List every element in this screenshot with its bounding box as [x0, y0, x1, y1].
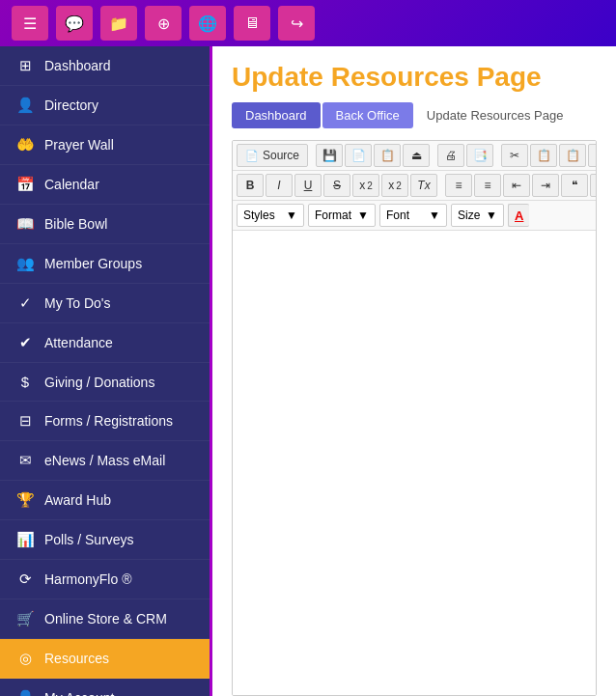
styles-chevron-icon: ▼	[286, 209, 297, 222]
font-select[interactable]: Font ▼	[379, 204, 447, 227]
sidebar-item-polls-surveys[interactable]: 📊 Polls / Surveys	[0, 520, 210, 560]
sidebar-label-dashboard: Dashboard	[44, 58, 111, 73]
sidebar-item-my-account[interactable]: 👤 My Account	[0, 679, 210, 696]
sidebar-item-my-todos[interactable]: ✓ My To Do's	[0, 284, 210, 323]
chat-icon-btn[interactable]: 💬	[56, 6, 93, 41]
sidebar-label-bible-bowl: Bible Bowl	[44, 216, 107, 232]
outdent-btn[interactable]: ⇤	[503, 174, 530, 197]
store-icon: 🛒	[15, 610, 35, 627]
div-btn[interactable]: ≡	[590, 174, 597, 197]
sidebar-label-harmonyflo: HarmonyFlo ®	[44, 571, 131, 587]
subscript-btn[interactable]: x2	[352, 174, 379, 197]
save-btn[interactable]: 💾	[316, 144, 343, 167]
sidebar-label-directory: Directory	[44, 97, 98, 113]
resources-icon: ◎	[15, 650, 35, 667]
giving-icon: $	[15, 374, 35, 390]
bold-btn[interactable]: B	[237, 174, 264, 197]
attendance-icon: ✔	[15, 334, 35, 351]
enews-icon: ✉	[15, 452, 35, 469]
print-btn[interactable]: 🖨	[437, 144, 464, 167]
menu-icon-btn[interactable]: ☰	[12, 6, 48, 41]
preview-btn[interactable]: ⏏	[403, 144, 430, 167]
sidebar-label-polls: Polls / Surveys	[44, 532, 134, 547]
sidebar-item-harmonyflo[interactable]: ⟳ HarmonyFlo ®	[0, 560, 210, 599]
editor-format-row: Styles ▼ Format ▼ Font ▼ Size ▼ A	[233, 201, 596, 231]
polls-icon: 📊	[15, 531, 35, 548]
todos-icon: ✓	[15, 294, 35, 312]
sidebar-item-prayer-wall[interactable]: 🤲 Prayer Wall	[0, 125, 210, 165]
sidebar-item-online-store[interactable]: 🛒 Online Store & CRM	[0, 599, 210, 639]
sidebar-item-enews[interactable]: ✉ eNews / Mass eMail	[0, 441, 210, 481]
source-button[interactable]: 📄 Source	[237, 144, 308, 167]
folder-icon-btn[interactable]: 📁	[100, 6, 137, 41]
font-color-btn[interactable]: A	[508, 204, 529, 227]
size-chevron-icon: ▼	[486, 209, 497, 222]
signout-icon-btn[interactable]: ↪	[278, 6, 315, 41]
sidebar-item-member-groups[interactable]: 👥 Member Groups	[0, 244, 210, 284]
underline-btn[interactable]: U	[294, 174, 322, 197]
forms-icon: ⊟	[15, 412, 35, 430]
sidebar-label-forms: Forms / Registrations	[44, 413, 173, 429]
copy-btn[interactable]: 📋	[530, 144, 557, 167]
indent-btn[interactable]: ⇥	[532, 174, 559, 197]
sidebar-item-giving-donations[interactable]: $ Giving / Donations	[0, 363, 210, 402]
blockquote-btn[interactable]: ❝	[561, 174, 588, 197]
sidebar-label-my-account: My Account	[44, 690, 114, 696]
globe-icon-btn[interactable]: ⊕	[145, 6, 182, 41]
sidebar-label-enews: eNews / Mass eMail	[44, 453, 165, 468]
directory-icon: 👤	[15, 97, 35, 114]
breadcrumb-back-office[interactable]: Back Office	[322, 102, 413, 128]
strikethrough-btn[interactable]: S	[323, 174, 350, 197]
sidebar-item-directory[interactable]: 👤 Directory	[0, 86, 210, 125]
doc-icon: 📄	[245, 150, 259, 162]
sidebar: ⊞ Dashboard 👤 Directory 🤲 Prayer Wall 📅 …	[0, 46, 212, 696]
sidebar-label-attendance: Attendance	[44, 335, 113, 350]
page-title: Update Resources Page	[212, 46, 616, 102]
calendar-icon: 📅	[15, 176, 35, 193]
member-groups-icon: 👥	[15, 255, 35, 272]
newdoc-btn[interactable]: 📄	[345, 144, 372, 167]
cut-btn[interactable]: ✂	[501, 144, 528, 167]
sidebar-item-calendar[interactable]: 📅 Calendar	[0, 165, 210, 205]
sidebar-label-giving: Giving / Donations	[44, 375, 154, 390]
unordered-list-btn[interactable]: ≡	[474, 174, 501, 197]
sidebar-item-bible-bowl[interactable]: 📖 Bible Bowl	[0, 205, 210, 244]
superscript-btn[interactable]: x2	[381, 174, 408, 197]
breadcrumb: Dashboard Back Office Update Resources P…	[212, 102, 616, 140]
editor-toolbar-row1: 📄 Source 💾 📄 📋 ⏏ 🖨 📑 ✂ 📋 📋 📋 📋 ▶	[233, 141, 596, 171]
font-chevron-icon: ▼	[429, 209, 440, 222]
format-select[interactable]: Format ▼	[308, 204, 376, 227]
format-chevron-icon: ▼	[357, 209, 369, 222]
sidebar-item-forms-registrations[interactable]: ⊟ Forms / Registrations	[0, 402, 210, 441]
prayer-wall-icon: 🤲	[15, 136, 35, 153]
paste-btn[interactable]: 📋	[559, 144, 586, 167]
harmonyflo-icon: ⟳	[15, 571, 35, 588]
sidebar-label-prayer-wall: Prayer Wall	[44, 137, 114, 153]
breadcrumb-current: Update Resources Page	[413, 102, 577, 128]
spellcheck-btn[interactable]: 📑	[466, 144, 493, 167]
sidebar-item-award-hub[interactable]: 🏆 Award Hub	[0, 481, 210, 520]
italic-btn[interactable]: I	[266, 174, 293, 197]
bible-bowl-icon: 📖	[15, 215, 35, 233]
breadcrumb-dashboard[interactable]: Dashboard	[232, 102, 321, 128]
sidebar-label-online-store: Online Store & CRM	[44, 611, 167, 626]
paste-text-btn[interactable]: 📋	[588, 144, 596, 167]
editor-body[interactable]	[233, 231, 596, 695]
styles-select[interactable]: Styles ▼	[237, 204, 304, 227]
templates-btn[interactable]: 📋	[374, 144, 401, 167]
sidebar-item-attendance[interactable]: ✔ Attendance	[0, 323, 210, 363]
account-icon: 👤	[15, 689, 35, 696]
monitor-icon-btn[interactable]: 🖥	[234, 6, 270, 41]
ordered-list-btn[interactable]: ≡	[445, 174, 472, 197]
award-icon: 🏆	[15, 491, 35, 509]
sidebar-label-member-groups: Member Groups	[44, 256, 142, 271]
sidebar-item-resources[interactable]: ◎ Resources	[0, 639, 210, 679]
sidebar-label-award-hub: Award Hub	[44, 492, 111, 508]
size-select[interactable]: Size ▼	[451, 204, 504, 227]
remove-format-btn[interactable]: Tx	[410, 174, 437, 197]
main-layout: ⊞ Dashboard 👤 Directory 🤲 Prayer Wall 📅 …	[0, 46, 616, 696]
sidebar-label-resources: Resources	[44, 651, 109, 666]
earth-icon-btn[interactable]: 🌐	[189, 6, 226, 41]
sidebar-label-my-todos: My To Do's	[44, 295, 111, 311]
sidebar-item-dashboard[interactable]: ⊞ Dashboard	[0, 46, 210, 86]
